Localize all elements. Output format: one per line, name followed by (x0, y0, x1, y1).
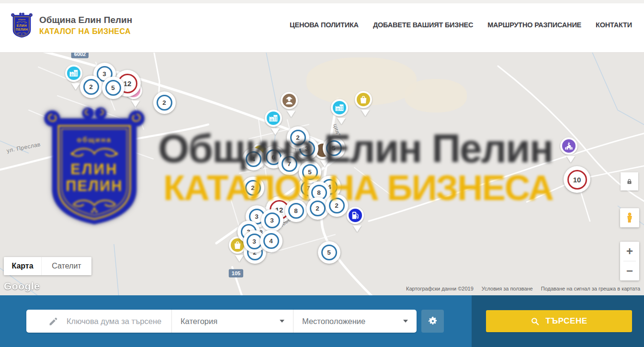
nav-item-bus-schedule[interactable]: МАРШРУТНО РАЗПИСАНИЕ (487, 21, 581, 29)
cluster-count: 4 (263, 233, 279, 249)
cluster-marker[interactable]: 2 (287, 126, 309, 149)
cluster-count: 2 (290, 130, 306, 146)
cluster-count: 2 (310, 201, 326, 216)
site-subtitle: КАТАЛОГ НА БИЗНЕСА (39, 27, 132, 36)
lock-icon (626, 178, 633, 185)
worker-icon (284, 96, 294, 105)
search-bar: Категория Местоположение ТЪРСЕНЕ (0, 295, 644, 347)
cluster-count: 5 (302, 164, 318, 180)
cluster-marker[interactable]: 5 (299, 161, 321, 183)
search-button[interactable]: ТЪРСЕНЕ (486, 310, 632, 332)
attribution-report-link[interactable]: Подаване на сигнал за грешка в картата (541, 286, 640, 291)
location-dropdown[interactable]: Местоположение (293, 310, 417, 333)
pin-tail (287, 111, 295, 117)
cluster-marker[interactable]: 4 (260, 230, 282, 252)
cluster-count: 8 (288, 203, 304, 219)
cluster-marker[interactable]: 2 (306, 197, 329, 220)
advanced-settings-button[interactable] (421, 310, 444, 333)
pencil-icon (48, 316, 58, 326)
municipality-crest-icon (11, 12, 33, 38)
cluster-marker[interactable]: 2 (153, 91, 176, 114)
search-button-label: ТЪРСЕНЕ (545, 316, 588, 326)
category-dropdown[interactable]: Категория (171, 310, 293, 333)
site-title: Община Елин Пелин (39, 15, 132, 25)
pin-tail (566, 156, 575, 163)
cluster-marker[interactable]: 3 (261, 209, 283, 232)
cluster-marker[interactable]: 8 (285, 200, 307, 222)
pin-disc (355, 91, 372, 108)
cluster-marker[interactable]: 5 (102, 77, 124, 99)
search-panel: Категория Местоположение (26, 310, 417, 333)
pin-tail (337, 118, 346, 124)
pin-tail (71, 83, 80, 90)
pin-tail (353, 225, 362, 232)
cluster-marker[interactable]: 10 (564, 166, 590, 193)
main-nav: ЦЕНОВА ПОЛИТИКА ДОБАВЕТЕ ВАШИЯТ БИЗНЕС М… (290, 0, 632, 49)
cluster-count: 2 (329, 198, 345, 213)
bag-icon (359, 95, 368, 104)
cluster-count: 2 (245, 180, 261, 196)
cluster-marker[interactable]: 4 (242, 148, 265, 170)
category-dropdown-label: Категория (181, 317, 217, 326)
site-logo[interactable]: Община Елин Пелин КАТАЛОГ НА БИЗНЕСА (11, 12, 132, 38)
pegman-icon (624, 212, 635, 224)
map-terrain-patch (405, 79, 467, 112)
street-view-pegman-button[interactable] (620, 208, 639, 227)
road-number-badge: 105 (229, 269, 243, 278)
nav-item-contacts[interactable]: КОНТАКТИ (596, 21, 632, 29)
cluster-count: 2 (157, 95, 172, 111)
header: Община Елин Пелин КАТАЛОГ НА БИЗНЕСА ЦЕН… (0, 0, 644, 53)
zoom-in-button[interactable]: + (620, 242, 639, 261)
pin-disc (347, 207, 364, 224)
pin-disc (281, 92, 298, 109)
cluster-count: 10 (567, 170, 587, 190)
pin-tail (361, 110, 370, 116)
cluster-count: 4 (246, 151, 261, 167)
nav-item-add-business[interactable]: ДОБАВЕТЕ ВАШИЯТ БИЗНЕС (373, 21, 473, 29)
cluster-marker[interactable]: 5 (323, 137, 345, 159)
church-icon (564, 141, 574, 151)
pin-tail (131, 101, 140, 107)
location-dropdown-label: Местоположение (302, 317, 365, 326)
cluster-count: 2 (83, 79, 99, 95)
cluster-marker[interactable]: 2 (242, 177, 264, 199)
map-type-control: Карта Сателит (4, 257, 91, 275)
chevron-down-icon (280, 320, 284, 323)
magnifier-icon (531, 317, 540, 326)
pin-disc (265, 110, 282, 127)
factory-icon (69, 68, 79, 78)
attribution-terms-link[interactable]: Условия за ползване (482, 286, 533, 291)
pin-tail (320, 160, 329, 167)
pin-disc (65, 65, 82, 82)
road-number-badge: 6002 (71, 53, 89, 58)
factory-icon (335, 103, 344, 112)
pin-disc (331, 99, 348, 116)
cluster-marker[interactable]: 5 (318, 241, 340, 264)
map-type-satellite-button[interactable]: Сателит (41, 257, 91, 275)
cluster-count: 5 (321, 245, 337, 260)
cluster-count: 7 (282, 156, 297, 172)
factory-icon (269, 113, 278, 123)
zoom-out-button[interactable]: − (620, 261, 639, 280)
bag-icon (233, 240, 242, 250)
pin-tail (235, 255, 244, 262)
cluster-marker[interactable]: 7 (278, 153, 301, 175)
lock-control[interactable] (621, 172, 638, 190)
chevron-down-icon (403, 320, 408, 323)
nav-item-pricing[interactable]: ЦЕНОВА ПОЛИТИКА (290, 21, 359, 29)
map-type-map-button[interactable]: Карта (4, 257, 41, 275)
google-map[interactable]: 6002105ул. Преславбул. „Новоселция" 1232… (0, 53, 644, 295)
cluster-count: 5 (105, 80, 121, 96)
cluster-marker[interactable]: 2 (80, 76, 102, 98)
map-attribution: Картографски данни ©2019 Условия за полз… (406, 286, 640, 291)
keyword-section (26, 310, 171, 333)
attribution-copyright: Картографски данни ©2019 (406, 286, 474, 291)
zoom-control: + − (620, 242, 639, 280)
gear-icon (428, 316, 438, 326)
cluster-marker[interactable]: 2 (326, 194, 348, 217)
pin-tail (271, 128, 280, 135)
google-logo[interactable]: Google (4, 280, 40, 292)
keyword-search-input[interactable] (67, 317, 172, 326)
pin-disc (560, 137, 577, 155)
cluster-count: 3 (264, 213, 280, 228)
